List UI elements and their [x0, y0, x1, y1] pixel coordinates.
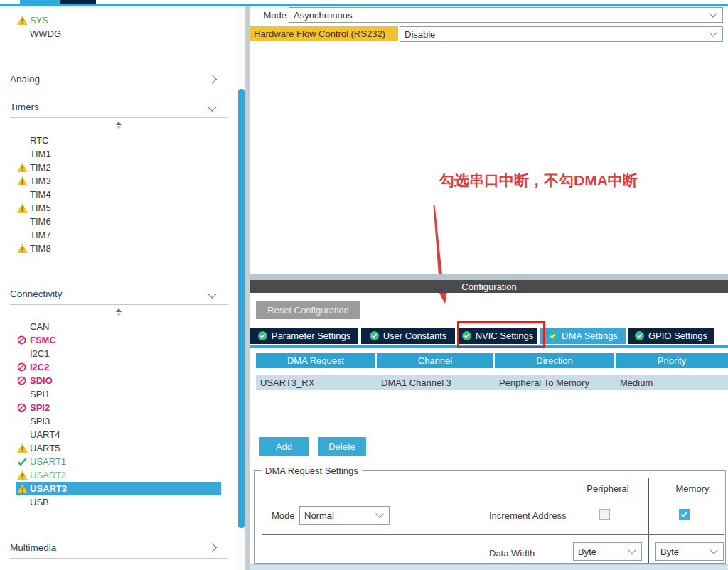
warning-icon: [17, 443, 28, 453]
increment-address-label: Increment Address: [489, 510, 566, 521]
list-scroll-spinner[interactable]: [114, 122, 124, 129]
sidebar-item-tim8[interactable]: TIM8: [16, 242, 221, 255]
sidebar-category-multimedia[interactable]: Multimedia: [10, 537, 228, 559]
sidebar-item-spi3[interactable]: SPI3: [16, 414, 221, 428]
config-titlebar: Configuration: [250, 280, 728, 293]
cubemx-window: SYSWWDGAnalogTimersRTCTIM1TIM2TIM3TIM4TI…: [0, 0, 728, 570]
sidebar-item-can[interactable]: CAN: [16, 320, 221, 333]
sidebar-item-fsmc[interactable]: FSMC: [16, 333, 221, 347]
category-label: Connectivity: [10, 289, 63, 299]
sidebar-item-i2c2[interactable]: I2C2: [16, 360, 221, 374]
tab-parameter-settings[interactable]: Parameter Settings: [250, 328, 358, 344]
sidebar-item-label: TIM4: [30, 189, 51, 200]
sidebar-item-label: UART5: [30, 443, 60, 453]
mode-select[interactable]: Asynchronous: [289, 7, 723, 23]
config-top-strip: [250, 274, 728, 280]
sidebar-item-tim1[interactable]: TIM1: [16, 147, 221, 161]
data-width-label: Data Width: [489, 548, 535, 559]
sidebar-item-group: RTCTIM1TIM2TIM3TIM4TIM5TIM6TIM7TIM8: [0, 134, 237, 255]
warning-icon: [17, 176, 28, 185]
dma-mode-value: Normal: [304, 510, 334, 521]
sidebar-item-label: TIM6: [30, 216, 51, 227]
sidebar-category-analog[interactable]: Analog: [10, 69, 228, 90]
tab-user-constants[interactable]: User Constants: [361, 328, 455, 344]
category-label: Multimedia: [10, 542, 56, 553]
sidebar-item-label: RTC: [30, 135, 48, 146]
sidebar-item-tim7[interactable]: TIM7: [16, 228, 221, 242]
sidebar-item-usart3[interactable]: USART3: [16, 482, 221, 495]
sidebar-item-tim6[interactable]: TIM6: [16, 215, 221, 228]
table-cell: Medium: [616, 375, 728, 390]
sidebar-item-label: SPI1: [30, 389, 50, 399]
hw-flow-control-select[interactable]: Disable: [400, 26, 723, 42]
sidebar-item-usb[interactable]: USB: [16, 495, 221, 509]
sidebar-item-tim2[interactable]: TIM2: [16, 161, 221, 174]
sidebar-item-label: USART2: [30, 470, 66, 480]
sidebar-item-tim4[interactable]: TIM4: [16, 188, 221, 201]
table-cell: USART3_RX: [256, 375, 377, 390]
sidebar-item-i2c1[interactable]: I2C1: [16, 347, 221, 360]
tab-dma-settings[interactable]: DMA Settings: [540, 328, 626, 344]
dma-table-row[interactable]: USART3_RXDMA1 Channel 3Peripheral To Mem…: [256, 375, 728, 390]
sidebar-item-usart1[interactable]: USART1: [16, 455, 221, 468]
warning-icon: [17, 16, 28, 25]
config-title: Configuration: [461, 281, 516, 292]
sidebar-item-label: SYS: [30, 15, 48, 26]
check-circle-icon: [548, 331, 557, 340]
blocked-icon: [17, 362, 26, 372]
sidebar-item-sys[interactable]: SYS: [16, 14, 221, 27]
data-width-peripheral-select[interactable]: Byte: [573, 542, 642, 561]
sidebar-item-label: I2C2: [30, 362, 49, 372]
sidebar-item-label: FSMC: [30, 335, 56, 345]
sidebar-category-timers[interactable]: Timers: [10, 97, 228, 118]
add-button[interactable]: Add: [259, 437, 309, 456]
increment-memory-checkbox[interactable]: [679, 509, 690, 520]
chevron-down-icon: [709, 9, 717, 17]
sidebar-item-spi1[interactable]: SPI1: [16, 387, 221, 401]
tab-label: User Constants: [383, 330, 447, 341]
chevron-down-icon: [208, 102, 217, 112]
mode-select-value: Asynchronous: [294, 10, 352, 21]
sidebar-item-spi2[interactable]: SPI2: [16, 401, 221, 414]
check-circle-icon: [258, 331, 267, 340]
warning-icon: [17, 484, 28, 493]
sidebar-item-group: CANFSMCI2C1I2C2SDIOSPI1SPI2SPI3UART4UART…: [0, 320, 237, 509]
sidebar-item-tim3[interactable]: TIM3: [16, 174, 221, 188]
sidebar-category-computing[interactable]: Computing: [10, 564, 228, 570]
reset-configuration-button[interactable]: Reset Configuration: [256, 301, 360, 319]
blocked-icon: [17, 403, 26, 412]
tab-gpio-settings[interactable]: GPIO Settings: [628, 328, 714, 344]
hw-flow-control-label: Hardware Flow Control (RS232): [250, 26, 398, 41]
annotation-text: 勾选串口中断，不勾DMA中断: [439, 171, 638, 190]
data-width-memory-select[interactable]: Byte: [655, 542, 724, 561]
sidebar-category-connectivity[interactable]: Connectivity: [10, 284, 228, 305]
increment-peripheral-checkbox[interactable]: [599, 509, 610, 520]
sidebar-item-label: WWDG: [30, 28, 61, 39]
sidebar-item-label: SPI3: [30, 416, 50, 426]
category-label: Timers: [10, 102, 39, 112]
check-circle-icon: [370, 331, 379, 340]
sidebar-item-usart2[interactable]: USART2: [16, 468, 221, 482]
delete-button[interactable]: Delete: [318, 437, 366, 456]
sidebar-item-group: SYSWWDG: [0, 14, 237, 41]
data-width-memory-value: Byte: [660, 547, 679, 557]
sidebar-item-label: TIM5: [30, 203, 51, 213]
sidebar-item-label: TIM3: [30, 176, 51, 186]
dma-table-header: DMA RequestChannelDirectionPriority: [256, 353, 728, 368]
column-header-dma-request: DMA Request: [256, 353, 377, 368]
sidebar-scrollbar-thumb[interactable]: [238, 89, 245, 528]
column-header-channel: Channel: [377, 353, 495, 368]
category-label: Analog: [10, 74, 40, 85]
sidebar-item-label: I2C1: [30, 348, 49, 359]
sidebar-item-sdio[interactable]: SDIO: [16, 374, 221, 387]
sidebar-item-tim5[interactable]: TIM5: [16, 201, 221, 215]
list-scroll-spinner[interactable]: [114, 308, 124, 316]
blocked-icon: [17, 376, 26, 385]
dma-mode-select[interactable]: Normal: [299, 506, 390, 525]
sidebar-item-wwdg[interactable]: WWDG: [16, 27, 221, 41]
peripheral-column-header: Peripheral: [583, 483, 633, 494]
sidebar-item-rtc[interactable]: RTC: [16, 134, 221, 147]
sidebar-item-uart4[interactable]: UART4: [16, 428, 221, 441]
sidebar-item-label: USART1: [30, 456, 66, 467]
sidebar-item-uart5[interactable]: UART5: [16, 441, 221, 455]
